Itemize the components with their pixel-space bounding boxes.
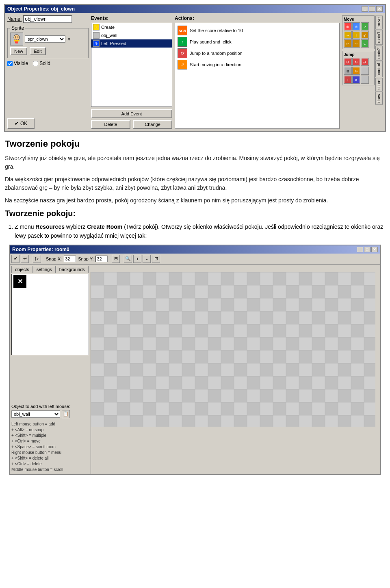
svg-text:↻: ↻ [355, 60, 358, 64]
actions-panel: Actions: SCR Set the score relative to 1… [175, 15, 340, 129]
dialog-titlebar: Object Properties: obj_clown _ □ ✕ [5, 5, 385, 13]
paragraph-2: Dla większości gier projektowanie odpowi… [5, 175, 385, 192]
event-left-pressed[interactable]: 🖱 Left Pressed [91, 39, 172, 48]
list-item-1: Z menu Resources wybierz Create Room (Tw… [15, 222, 385, 241]
event-create[interactable]: ⚡ Create [91, 23, 172, 31]
event-obj-wall-label: obj_wall [101, 33, 117, 38]
room-toolbar: ✔ ↩ ▷ Snap X: Snap Y: ⊞ 🔍 + - ⊡ [10, 254, 380, 265]
tab-settings[interactable]: settings [33, 266, 56, 273]
jump-grid-3: ↓ K [344, 76, 373, 84]
zoom-tool[interactable]: 🔍 [124, 255, 132, 263]
delete-event-button[interactable]: Delete [91, 120, 130, 129]
sound-action-icon: ♪ [178, 37, 187, 47]
move-snowflake-icon[interactable]: ❄ [352, 22, 360, 30]
list-item-1-pre: Z menu [15, 223, 35, 230]
grid-tool[interactable]: ⊞ [112, 255, 120, 263]
snap-y-input[interactable] [95, 256, 108, 262]
move-gravity-icon[interactable]: ↩ [344, 39, 352, 48]
jump-right-icon[interactable]: ↻ [352, 58, 360, 66]
close-button[interactable]: ✕ [376, 6, 383, 12]
room-canvas[interactable] [91, 272, 380, 474]
jump-left-icon[interactable]: ↺ [344, 58, 352, 66]
room-dialog-title: Room Properties: room0 [12, 247, 69, 252]
snap-x-label: Snap X: [46, 256, 62, 261]
svg-point-1 [15, 37, 16, 38]
move-friction-icon[interactable]: ↪ [352, 39, 360, 48]
move-up-icon[interactable]: ↑ [352, 31, 360, 39]
sprite-group: Sprite spr_clown [7, 25, 89, 58]
jump-down-icon[interactable]: ↓ [344, 76, 352, 84]
room-maximize-button[interactable]: □ [364, 247, 370, 252]
action-move[interactable]: ↗ Start moving in a direction [177, 59, 338, 70]
tab-objects[interactable]: objects [11, 266, 33, 273]
section1-title: Tworzenie pokoju [5, 139, 385, 149]
undo-tool[interactable]: ↩ [21, 255, 29, 263]
room-close-button[interactable]: ✕ [371, 247, 378, 252]
room-tabs: objects settings backgrounds [10, 265, 380, 272]
name-input[interactable] [23, 15, 72, 23]
dialog-title: Object Properties: obj_clown [7, 6, 75, 12]
score-action-icon: SCR [178, 26, 187, 35]
svg-text:⟳: ⟳ [181, 51, 184, 56]
svg-text:⊛: ⊛ [355, 69, 358, 73]
maximize-button[interactable]: □ [369, 6, 375, 12]
svg-text:SCR: SCR [178, 29, 186, 33]
side-tabs: move main1 main2 control score draw [375, 15, 383, 129]
cursor-tool[interactable]: ▷ [33, 255, 41, 263]
obj-to-add-label: Object to add with left mouse: [11, 404, 89, 409]
svg-text:⊕: ⊕ [346, 25, 349, 29]
zoom-fit-tool[interactable]: ⊡ [152, 255, 160, 263]
move-bounce-icon[interactable]: ↙ [361, 31, 369, 39]
room-minimize-button[interactable]: _ [357, 247, 363, 252]
zoom-out-tool[interactable]: - [143, 255, 151, 263]
tab-draw[interactable]: draw [375, 92, 383, 105]
tab-score[interactable]: score [375, 78, 383, 91]
move-arrow-icon[interactable]: ↗ [361, 22, 369, 30]
solid-checkbox[interactable] [33, 61, 38, 66]
jump-snap-icon[interactable]: ⊛ [352, 67, 360, 75]
object-properties-dialog: Object Properties: obj_clown _ □ ✕ Name:… [4, 4, 386, 132]
visible-checkbox-item: Visible [7, 61, 28, 66]
room-objects-list: ✕ [11, 274, 89, 355]
minimize-button[interactable]: _ [362, 6, 368, 12]
jump-k-icon[interactable]: K [352, 76, 360, 84]
ok-button[interactable]: ✔ OK [7, 118, 35, 129]
change-event-button[interactable]: Change [133, 120, 172, 129]
tab-main1[interactable]: main1 [375, 30, 383, 45]
name-field-row: Name: [7, 15, 89, 23]
room-left-panel: ✕ Object to add with left mouse: obj_wal… [10, 272, 91, 474]
action-score[interactable]: SCR Set the score relative to 10 [177, 25, 338, 36]
svg-text:↙: ↙ [363, 33, 366, 37]
tab-control[interactable]: control [375, 61, 383, 77]
svg-text:↗: ↗ [363, 25, 366, 29]
sprite-preview [10, 33, 23, 46]
paragraph-3: Na szczęście nasza gra jest bardzo prost… [5, 196, 385, 205]
mouse-event-icon: 🖱 [93, 40, 100, 47]
instructions-list: Z menu Resources wybierz Create Room (Tw… [15, 222, 385, 241]
move-arrows-icon[interactable]: ⊕ [344, 22, 352, 30]
obj-selector[interactable]: obj_wall [11, 410, 60, 418]
action-sound[interactable]: ♪ Play sound snd_click [177, 36, 338, 48]
move-wrap-icon[interactable]: ⤿ [361, 39, 369, 48]
event-obj-wall[interactable]: obj_wall [91, 31, 172, 39]
new-sprite-button[interactable]: New [10, 47, 27, 55]
room-black-x-item: ✕ [12, 274, 89, 289]
snap-x-input[interactable] [64, 256, 76, 262]
zoom-in-tool[interactable]: + [133, 255, 141, 263]
add-event-button[interactable]: Add Event [91, 109, 172, 118]
jump-random-icon[interactable]: ⇄ [361, 58, 369, 66]
checkmark-tool[interactable]: ✔ [11, 255, 20, 263]
visible-checkbox[interactable] [7, 61, 13, 66]
tab-move[interactable]: move [375, 15, 383, 29]
move-right-icon[interactable]: → [344, 31, 352, 39]
checkmark-icon: ✔ [15, 121, 19, 126]
action-jump[interactable]: ⟳ Jump to a random position [177, 48, 338, 59]
visible-label: Visible [14, 61, 28, 66]
jump-grid-icon[interactable]: ⊞ [344, 67, 352, 75]
room-instructions: Left mouse button = add + <Alt> = no sna… [11, 421, 89, 473]
edit-sprite-button[interactable]: Edit [30, 47, 46, 55]
tab-main2[interactable]: main2 [375, 46, 383, 61]
tab-backgrounds[interactable]: backgrounds [56, 266, 89, 273]
obj-select-icon[interactable]: 📋 [62, 410, 70, 418]
sprite-select[interactable]: spr_clown [25, 35, 65, 43]
